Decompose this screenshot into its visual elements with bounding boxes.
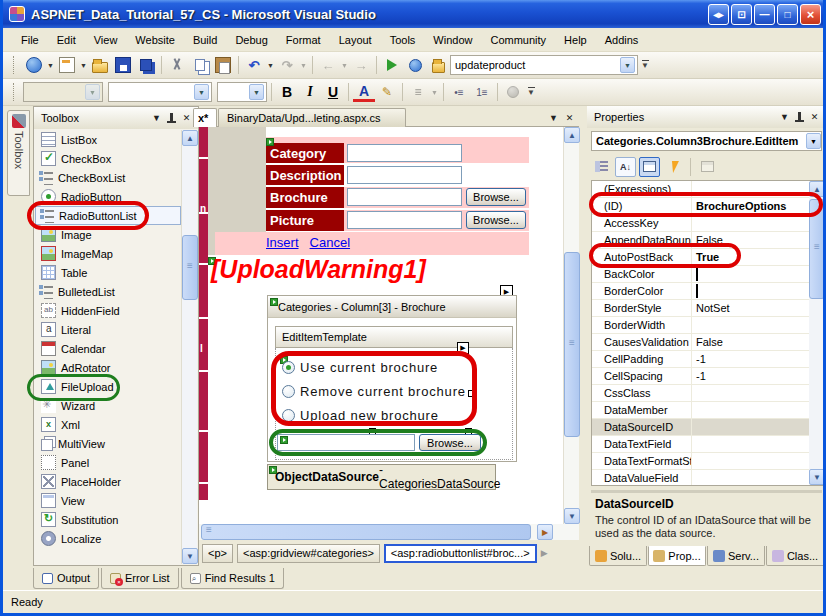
menu-view[interactable]: View xyxy=(86,31,126,49)
toolbox-item-placeholder[interactable]: PlaceHolder xyxy=(35,472,181,491)
menu-tools[interactable]: Tools xyxy=(382,31,424,49)
smart-tag-expand-icon[interactable]: ▶ xyxy=(457,342,469,354)
pin-icon[interactable] xyxy=(164,111,179,125)
radio-remove-current-brochure[interactable]: Remove current brochure xyxy=(282,384,466,399)
toolbox-item-literal[interactable]: Literal xyxy=(35,320,181,339)
category-textbox[interactable] xyxy=(347,144,462,162)
tab-find-results[interactable]: ⌕Find Results 1 xyxy=(181,568,284,589)
close-icon[interactable]: ✕ xyxy=(179,111,194,125)
fileupload-browse-button[interactable]: Browse... xyxy=(419,434,481,451)
description-textbox[interactable] xyxy=(347,166,462,184)
add-new-item-dropdown[interactable]: ▼ xyxy=(79,54,88,76)
tab-error-list[interactable]: ×Error List xyxy=(101,568,179,589)
menu-edit[interactable]: Edit xyxy=(49,31,84,49)
objectdatasource-box[interactable]: ObjectDataSource - CategoriesDataSource xyxy=(267,464,496,490)
scroll-down-icon[interactable]: ▼ xyxy=(564,508,580,524)
properties-header[interactable]: Properties ▼ ✕ xyxy=(587,106,826,128)
bold-icon[interactable]: B xyxy=(276,81,298,103)
property-row-datamember[interactable]: DataMember xyxy=(592,402,809,419)
tab-output[interactable]: Output xyxy=(33,568,99,589)
scroll-down-icon[interactable]: ▼ xyxy=(182,548,198,564)
start-debugging-icon[interactable] xyxy=(381,54,403,76)
toolbar-grip[interactable] xyxy=(13,83,16,101)
property-row-cssclass[interactable]: CssClass xyxy=(592,385,809,402)
bullet-list-icon[interactable]: •≡ xyxy=(448,81,470,103)
toolbar-grip[interactable] xyxy=(13,56,16,74)
menu-layout[interactable]: Layout xyxy=(331,31,380,49)
close-icon[interactable]: ✕ xyxy=(807,110,822,124)
toolbox-item-hiddenfield[interactable]: HiddenField xyxy=(35,301,181,320)
menu-debug[interactable]: Debug xyxy=(227,31,275,49)
scroll-up-icon[interactable]: ▲ xyxy=(564,127,580,143)
toolbar-overflow-icon[interactable]: ▼ xyxy=(525,81,537,103)
undo-dropdown[interactable]: ▼ xyxy=(266,54,275,76)
dock-arrows-button[interactable]: ◂▸ xyxy=(708,4,729,25)
scrollbar-thumb[interactable] xyxy=(182,235,198,300)
toolbox-item-checkboxlist[interactable]: CheckBoxList xyxy=(35,168,181,187)
toolbox-item-calendar[interactable]: Calendar xyxy=(35,339,181,358)
toolbox-item-imagemap[interactable]: ImageMap xyxy=(35,244,181,263)
toolbox-item-multiview[interactable]: MultiView xyxy=(35,434,181,453)
property-row-datavaluefield[interactable]: DataValueField xyxy=(592,470,809,486)
scrollbar-thumb[interactable] xyxy=(564,252,580,437)
menu-window[interactable]: Window xyxy=(425,31,480,49)
radio-use-current-brochure[interactable]: Use current brochure xyxy=(282,360,438,375)
property-row-datasourceid[interactable]: DataSourceID xyxy=(592,419,809,436)
properties-view-icon[interactable] xyxy=(639,157,660,177)
color-swatch[interactable] xyxy=(696,267,698,281)
toolbox-item-xml[interactable]: Xml xyxy=(35,415,181,434)
property-row-accesskey[interactable]: AccessKey xyxy=(592,215,809,232)
tab-properties[interactable]: Prop... xyxy=(648,546,706,566)
property-row-autopostback[interactable]: AutoPostBackTrue xyxy=(592,249,809,266)
radio-selected-icon[interactable] xyxy=(282,361,295,374)
save-icon[interactable] xyxy=(112,54,134,76)
property-row-expressions[interactable]: (Expressions) xyxy=(592,181,809,198)
save-all-icon[interactable] xyxy=(135,54,157,76)
toolbox-item-adrotator[interactable]: AdRotator xyxy=(35,358,181,377)
brochure-textbox[interactable] xyxy=(347,188,462,206)
scroll-up-icon[interactable]: ▲ xyxy=(182,130,198,146)
underline-icon[interactable]: U xyxy=(322,81,344,103)
selection-handle[interactable] xyxy=(468,390,475,397)
tab-server-explorer[interactable]: Serv... xyxy=(707,546,765,566)
toolbox-item-fileupload[interactable]: FileUpload xyxy=(35,377,181,396)
picture-browse-button[interactable]: Browse... xyxy=(466,211,526,229)
pin-icon[interactable] xyxy=(792,110,807,124)
toolbox-item-bulletedlist[interactable]: BulletedList xyxy=(35,282,181,301)
toolbox-item-checkbox[interactable]: CheckBox xyxy=(35,149,181,168)
copy-icon[interactable] xyxy=(189,54,211,76)
radio-upload-new-brochure[interactable]: Upload new brochure xyxy=(282,408,439,423)
toolbox-item-table[interactable]: Table xyxy=(35,263,181,282)
events-lightning-icon[interactable] xyxy=(663,157,684,177)
scroll-right-icon[interactable]: ▶ xyxy=(537,524,553,540)
smart-tag-glyph[interactable] xyxy=(280,436,288,444)
smart-tag-glyph[interactable] xyxy=(266,138,274,146)
designer-vertical-scrollbar[interactable]: ▲ ▼ xyxy=(563,127,579,524)
color-swatch[interactable] xyxy=(696,284,698,298)
document-tab-active-fragment[interactable]: x* xyxy=(193,108,217,127)
add-new-item-icon[interactable] xyxy=(56,54,78,76)
property-row-id[interactable]: (ID)BrochureOptions xyxy=(592,198,809,215)
picture-textbox[interactable] xyxy=(347,211,462,229)
scroll-up-icon[interactable]: ▲ xyxy=(809,181,825,197)
insert-link[interactable]: Insert xyxy=(266,235,299,250)
restore-pane-button[interactable]: ⊡ xyxy=(731,4,752,25)
categorized-icon[interactable] xyxy=(591,157,612,177)
font-size-combo[interactable]: ▼ xyxy=(217,82,267,102)
document-tab-binarydata[interactable]: BinaryData/Upd...leting.aspx.cs xyxy=(218,108,406,127)
minimize-button[interactable]: — xyxy=(754,4,775,25)
smart-tag-glyph[interactable] xyxy=(269,466,277,474)
toolbox-header[interactable]: Toolbox ▼ ✕ xyxy=(34,107,198,129)
property-row-cellspacing[interactable]: CellSpacing-1 xyxy=(592,368,809,385)
maximize-button[interactable]: □ xyxy=(777,4,798,25)
property-row-datatextformatstring[interactable]: DataTextFormatStri xyxy=(592,453,809,470)
property-row-cellpadding[interactable]: CellPadding-1 xyxy=(592,351,809,368)
new-website-dropdown[interactable]: ▼ xyxy=(46,54,55,76)
scroll-down-icon[interactable]: ▼ xyxy=(809,469,825,485)
menu-build[interactable]: Build xyxy=(185,31,225,49)
cancel-link[interactable]: Cancel xyxy=(310,235,350,250)
properties-scrollbar[interactable]: ▲ ▼ xyxy=(809,180,825,486)
property-row-causesvalidation[interactable]: CausesValidationFalse xyxy=(592,334,809,351)
properties-object-combo[interactable]: Categories.Column3Brochure.EditItem ▼ xyxy=(591,131,822,151)
open-file-icon[interactable] xyxy=(89,54,111,76)
